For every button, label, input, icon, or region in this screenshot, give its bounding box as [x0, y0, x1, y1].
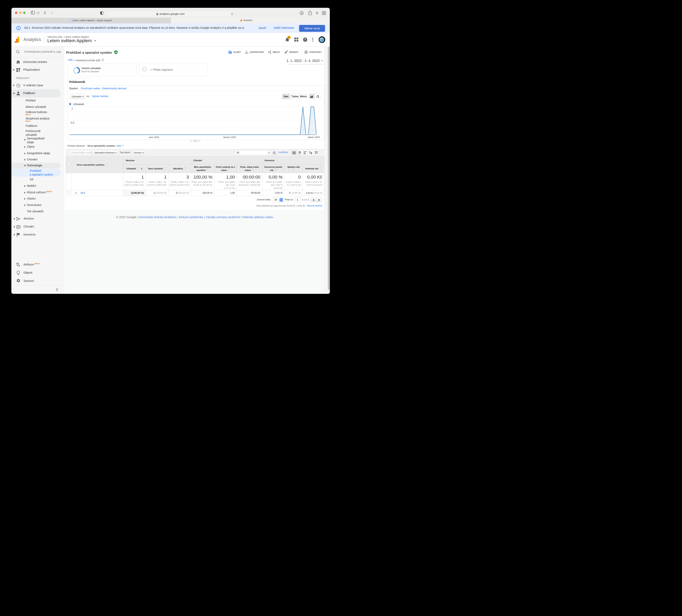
svg-text:Lsa: Lsa: [69, 20, 71, 21]
